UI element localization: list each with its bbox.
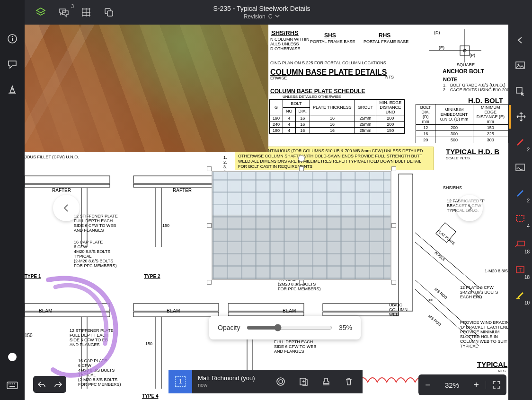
resize-handle-bm[interactable] [299,280,304,285]
collapse-toolbar-button[interactable] [509,28,531,52]
label: RAFTER [173,188,192,193]
label: SHS [324,32,336,39]
grid-icon [81,8,91,17]
label: JOUS FILLET (CFW) U.N.O. [25,155,79,159]
image-markup-tool[interactable] [509,156,531,180]
rectangle-tool[interactable]: 4 [509,207,531,231]
highlighter-tool[interactable]: 10 [509,284,531,307]
label: 150 [145,341,152,346]
fullscreen-button[interactable] [486,381,506,389]
resize-handle-tl[interactable] [207,166,212,171]
resize-handle-tr[interactable] [391,166,396,171]
opacity-popover[interactable]: Opacity 35% [209,316,361,339]
heading: H.D. BOLT [468,96,503,104]
color-indicator[interactable] [8,353,17,361]
label: 16 CAP PLATE 6 CFW 4M20 8.8/S BOLTS TYPI… [78,358,121,387]
comment-button[interactable] [7,59,18,70]
label: 1. BOLT GRADE 4.6/S (U.N.O.) 2. CAGE BOL… [443,83,508,92]
heading: TYPICAL H.D. B [446,148,499,156]
svg-rect-51 [516,216,524,221]
aerial-photo-overlay [25,25,268,152]
safety-button[interactable] [7,84,18,96]
layers-button[interactable] [35,7,46,18]
undo-button[interactable] [37,381,46,388]
selected-image-overlay[interactable] [207,166,396,285]
heading: ANCHOR BOLT [443,68,484,75]
zoom-out-button[interactable]: − [418,374,437,395]
svg-point-38 [12,36,13,37]
selection-count[interactable]: 1 [168,370,192,393]
zoom-in-button[interactable]: + [467,374,486,395]
blue-pen-tool[interactable]: 2 [509,182,531,205]
svg-text:(D): (D) [434,30,440,35]
zoom-value[interactable]: 32% [437,381,467,389]
callout-icon [515,240,525,249]
sheet-title: S-235 - Typical Steelwork Details [115,5,409,12]
delete-button[interactable] [344,376,354,387]
label: UNLESS DETAILED OTHERWISE [283,95,341,99]
label: FULL DEPTH EACH SIDE 6 CFW TO WEB AND FL… [274,339,316,354]
label: RAFTER [52,188,71,193]
label: 150 [25,333,33,338]
keyboard-button[interactable] [7,380,18,391]
overlay-image[interactable] [212,171,391,280]
layers-icon [35,7,46,17]
red-pen-tool[interactable]: 2 [509,130,531,154]
stamp-button[interactable] [321,376,331,387]
text-tool[interactable]: T 18 [509,258,531,282]
resize-handle-tm[interactable] [299,166,304,171]
opacity-label: Opacity [218,324,240,331]
chevron-left-icon [516,36,524,44]
resize-handle-br[interactable] [391,280,396,285]
move-tool[interactable] [509,105,531,129]
label: 100 [427,298,433,302]
chevron-down-icon [275,15,280,18]
redo-button[interactable] [54,381,62,388]
svg-rect-16 [25,312,110,317]
label: 1-M20 8.8/S [485,269,508,273]
heading: COLUMN BASE PLATE SCHEDULE [270,88,365,95]
rectangle-icon [515,215,525,223]
cone-icon [7,85,18,95]
resize-handle-lm[interactable] [207,223,212,228]
image-tool[interactable] [509,54,531,78]
svg-rect-42 [9,383,9,384]
compare-button[interactable] [103,7,115,18]
label: PORTAL FRAME BASE [310,39,355,44]
style-button[interactable] [275,376,286,387]
info-button[interactable] [7,33,18,44]
callout-tool[interactable]: 18 [509,233,531,256]
svg-rect-47 [516,62,524,69]
select-icon [515,86,525,96]
copy-button[interactable]: + [298,376,309,387]
svg-rect-41 [7,382,18,389]
resize-handle-rm[interactable] [391,223,396,228]
drawing-canvas[interactable]: SHS/RHS SHS RHS PORTAL FRAME BASE PORTAL… [25,25,508,400]
chat-button[interactable]: 3 [58,7,69,18]
title-block[interactable]: S-235 - Typical Steelwork Details Revisi… [115,5,409,20]
prev-sheet-button[interactable] [53,195,80,221]
type-sketches [25,162,223,400]
expand-icon [492,381,501,389]
heading: TYPE 2 [144,274,160,279]
svg-rect-45 [14,383,15,384]
hd-bolt-table: BOLT DIA. (D) mmMINIMUM EMBEDMENT U.N.O.… [416,104,508,143]
rotate-handle[interactable] [298,155,305,162]
top-bar: 3 S-235 - Typical Steelwork Details Revi… [0,0,532,25]
select-tool[interactable] [509,79,531,103]
opacity-slider[interactable] [247,324,332,331]
keyboard-icon [7,382,18,390]
label: BEAM [167,308,180,313]
svg-text:(E): (E) [439,45,444,50]
heading: TYPE 1 [25,274,41,279]
svg-rect-28 [323,312,399,316]
label: CING PLAN ON S.225 FOR PORTAL COLUMN LOC… [270,61,386,65]
revision-selector[interactable]: Revision C [115,13,409,20]
svg-rect-55 [516,298,520,299]
selection-action-bar: 1 Matt Richmond (you) now + [168,370,363,393]
next-sheet-button[interactable] [456,195,483,221]
resize-handle-bl[interactable] [207,280,212,285]
left-rail [0,0,25,400]
label: NTS [498,369,505,373]
grid-button[interactable] [80,7,92,18]
